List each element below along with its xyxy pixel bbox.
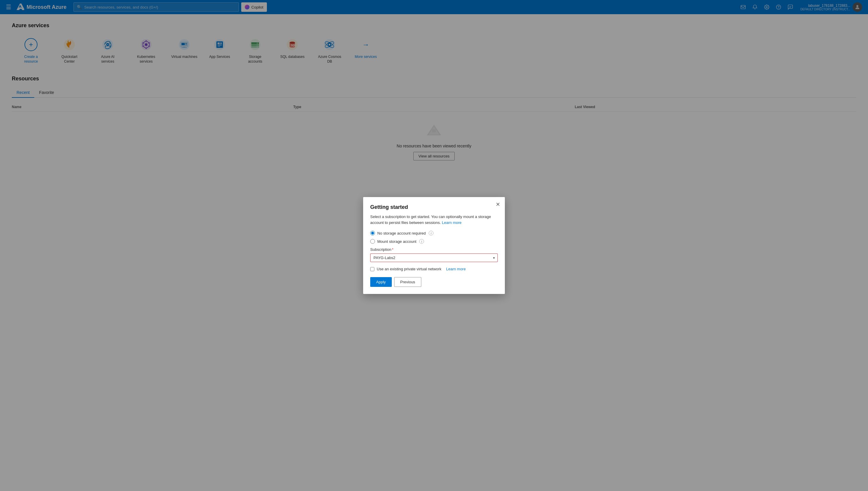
private-network-label: Use an existing private virtual network [377,267,441,271]
previous-button[interactable]: Previous [394,277,422,287]
apply-button[interactable]: Apply [370,277,392,287]
dialog-actions: Apply Previous [370,277,498,287]
no-storage-label: No storage account required [377,231,426,235]
getting-started-dialog: Getting started ✕ Select a subscription … [363,197,505,294]
subscription-label: Subscription* [370,247,498,252]
subscription-select-wrapper: PAYG-Labs2 ▾ [370,254,498,262]
modal-overlay: Getting started ✕ Select a subscription … [0,0,868,491]
subscription-field: Subscription* PAYG-Labs2 ▾ [370,247,498,262]
mount-storage-radio[interactable] [370,239,375,244]
private-network-row: Use an existing private virtual network … [370,267,498,271]
private-network-checkbox[interactable] [370,267,374,271]
dialog-learn-more-link[interactable]: Learn more [442,221,461,225]
dialog-title: Getting started [370,204,498,210]
no-storage-info-icon[interactable]: i [429,231,433,235]
required-indicator: * [392,247,394,252]
mount-storage-option[interactable]: Mount storage account i [370,239,498,244]
dialog-desc-text: Select a subscription to get started. Yo… [370,214,491,225]
mount-storage-info-icon[interactable]: i [419,239,424,244]
mount-storage-label: Mount storage account [377,239,416,244]
dialog-description: Select a subscription to get started. Yo… [370,214,498,225]
subscription-select[interactable]: PAYG-Labs2 [370,254,498,262]
dialog-close-button[interactable]: ✕ [496,202,500,207]
no-storage-radio[interactable] [370,231,375,235]
private-network-learn-more-link[interactable]: Learn more [446,267,466,271]
no-storage-option[interactable]: No storage account required i [370,231,498,235]
